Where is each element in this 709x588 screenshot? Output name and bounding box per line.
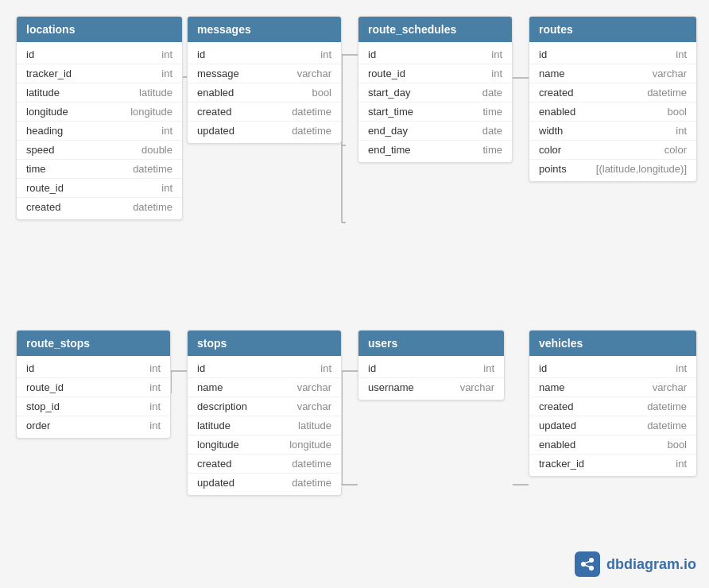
table-users[interactable]: users idint usernamevarchar: [358, 330, 505, 400]
logo-svg: [579, 556, 595, 572]
table-row: route_idint: [17, 378, 170, 397]
logo-text: dbdiagram.io: [606, 556, 696, 573]
table-row: longitudelongitude: [17, 103, 182, 122]
table-row: messagevarchar: [188, 64, 341, 83]
table-row: stop_idint: [17, 397, 170, 416]
table-row: tracker_idint: [529, 455, 696, 473]
table-row: idint: [188, 45, 341, 64]
svg-line-16: [585, 562, 590, 563]
table-title-routes: routes: [539, 23, 573, 36]
table-locations[interactable]: locations idint tracker_idint latitudela…: [16, 16, 183, 220]
table-row: namevarchar: [188, 378, 341, 397]
table-row: descriptionvarchar: [188, 397, 341, 416]
table-header-messages: messages: [188, 17, 341, 42]
table-row: idint: [358, 45, 512, 64]
table-body-messages: idint messagevarchar enabledbool created…: [188, 42, 341, 143]
table-row: route_idint: [17, 179, 182, 198]
table-row: idint: [188, 359, 341, 378]
table-row: idint: [17, 359, 170, 378]
table-header-vehicles: vehicles: [529, 331, 696, 356]
table-title-messages: messages: [197, 23, 251, 36]
table-row: updateddatetime: [188, 474, 341, 492]
table-title-vehicles: vehicles: [539, 337, 583, 350]
table-row: speeddouble: [17, 141, 182, 160]
table-row: start_daydate: [358, 83, 512, 103]
table-header-locations: locations: [17, 17, 182, 42]
logo-area[interactable]: dbdiagram.io: [575, 551, 696, 577]
table-header-users: users: [358, 331, 504, 356]
table-row: updateddatetime: [188, 122, 341, 140]
table-row: idint: [529, 45, 696, 64]
table-title-stops: stops: [197, 337, 227, 350]
table-title-users: users: [368, 337, 397, 350]
table-row: createddatetime: [17, 198, 182, 216]
table-body-stops: idint namevarchar descriptionvarchar lat…: [188, 356, 341, 495]
table-row: createddatetime: [529, 397, 696, 416]
table-messages[interactable]: messages idint messagevarchar enabledboo…: [187, 16, 342, 144]
table-row: timedatetime: [17, 160, 182, 179]
table-row: namevarchar: [529, 378, 696, 397]
table-row: idint: [529, 359, 696, 378]
table-row: createddatetime: [188, 455, 341, 474]
table-row: createddatetime: [529, 83, 696, 103]
table-row: usernamevarchar: [358, 378, 504, 397]
table-row: enabledbool: [529, 435, 696, 455]
table-title-locations: locations: [26, 23, 75, 36]
table-body-locations: idint tracker_idint latitudelatitude lon…: [17, 42, 182, 219]
table-row: idint: [358, 359, 504, 378]
table-route-stops[interactable]: route_stops idint route_idint stop_idint…: [16, 330, 171, 439]
table-row: namevarchar: [529, 64, 696, 83]
table-row: widthint: [529, 122, 696, 141]
svg-point-13: [581, 562, 586, 567]
table-row: idint: [17, 45, 182, 64]
table-row: colorcolor: [529, 141, 696, 160]
table-row: end_timetime: [358, 141, 512, 159]
table-header-stops: stops: [188, 331, 341, 356]
table-vehicles[interactable]: vehicles idint namevarchar createddateti…: [529, 330, 697, 477]
table-body-route-schedules: idint route_idint start_daydate start_ti…: [358, 42, 512, 162]
table-row: orderint: [17, 416, 170, 435]
table-header-route-stops: route_stops: [17, 331, 170, 356]
table-row: headingint: [17, 122, 182, 141]
table-row: enabledbool: [188, 83, 341, 103]
table-row: createddatetime: [188, 103, 341, 122]
table-row: start_timetime: [358, 103, 512, 122]
table-row: points[(latitude,longitude)]: [529, 160, 696, 178]
table-row: end_daydate: [358, 122, 512, 141]
table-title-route-schedules: route_schedules: [368, 23, 456, 36]
table-body-routes: idint namevarchar createddatetime enable…: [529, 42, 696, 181]
table-row: latitudelatitude: [188, 416, 341, 435]
table-row: enabledbool: [529, 103, 696, 122]
table-header-routes: routes: [529, 17, 696, 42]
table-stops[interactable]: stops idint namevarchar descriptionvarch…: [187, 330, 342, 496]
table-row: route_idint: [358, 64, 512, 83]
table-body-route-stops: idint route_idint stop_idint orderint: [17, 356, 170, 438]
table-row: tracker_idint: [17, 64, 182, 83]
table-route-schedules[interactable]: route_schedules idint route_idint start_…: [358, 16, 513, 163]
table-title-route-stops: route_stops: [26, 337, 90, 350]
svg-line-17: [585, 566, 590, 567]
table-row: updateddatetime: [529, 416, 696, 435]
table-row: latitudelatitude: [17, 83, 182, 103]
diagram-area: locations idint tracker_idint latitudela…: [0, 0, 709, 588]
table-body-vehicles: idint namevarchar createddatetime update…: [529, 356, 696, 476]
logo-icon: [575, 551, 600, 577]
table-body-users: idint usernamevarchar: [358, 356, 504, 400]
table-row: longitudelongitude: [188, 435, 341, 455]
table-header-route-schedules: route_schedules: [358, 17, 512, 42]
table-routes[interactable]: routes idint namevarchar createddatetime…: [529, 16, 697, 182]
